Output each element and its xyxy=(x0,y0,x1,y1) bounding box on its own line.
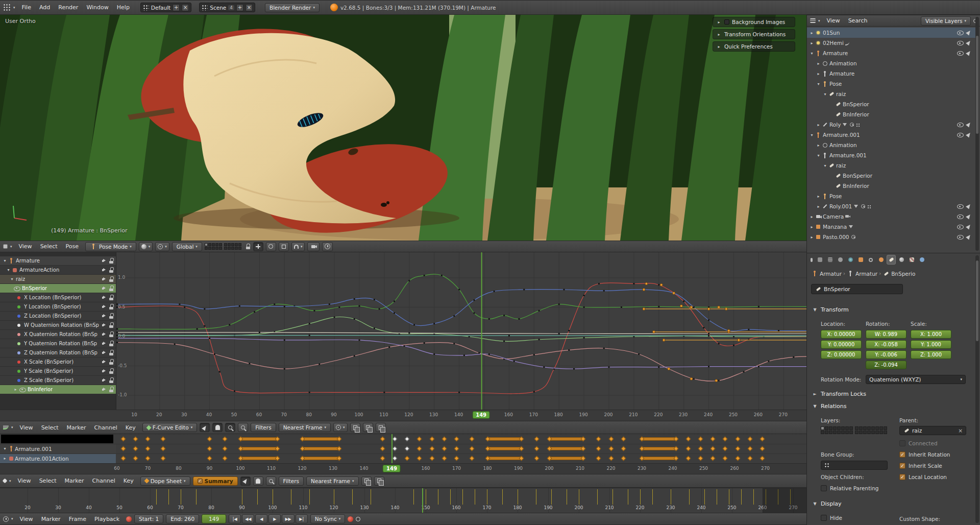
keyframe-diamond[interactable] xyxy=(429,437,434,442)
tab-material[interactable] xyxy=(897,255,906,265)
layer-toggle[interactable] xyxy=(825,426,828,430)
render-opengl-anim-button[interactable] xyxy=(322,242,333,251)
graph-menu-marker[interactable]: Marker xyxy=(63,424,90,431)
top-menu-file[interactable]: File xyxy=(18,4,35,11)
expander-icon[interactable]: ▸ xyxy=(809,31,815,35)
outliner-item-armature[interactable]: ▾Armature xyxy=(807,48,975,58)
keyframe-diamond[interactable] xyxy=(223,437,228,442)
viewport-menu-pose[interactable]: Pose xyxy=(62,243,83,250)
keyframe-diamond[interactable] xyxy=(710,437,716,442)
layer-toggle[interactable] xyxy=(867,431,871,434)
keyframe-range[interactable] xyxy=(240,457,278,460)
keyframe-diamond[interactable] xyxy=(429,456,434,461)
timeline-keyframe-line[interactable] xyxy=(156,489,157,505)
keyframe-diamond[interactable] xyxy=(735,456,740,461)
channel-x-quaternion-rotation-bnsp[interactable]: X Quaternion Rotation (BnSp xyxy=(0,330,116,339)
snap-magnet-button[interactable]: ▾ xyxy=(291,242,305,251)
outliner-item-roly[interactable]: ▸Roly xyxy=(807,120,975,130)
keyframe-diamond[interactable] xyxy=(393,456,398,461)
keyframe-range[interactable] xyxy=(302,447,339,450)
keying-set-icon[interactable] xyxy=(356,517,360,521)
expander-icon[interactable]: ▾ xyxy=(809,51,815,56)
keyframe-diamond[interactable] xyxy=(747,456,752,461)
mode-select[interactable]: Pose Mode▾ xyxy=(85,242,136,251)
arrow-restrict-icon[interactable] xyxy=(964,213,972,220)
info-editor-icon[interactable] xyxy=(3,4,11,11)
keyframe-diamond[interactable] xyxy=(534,456,540,461)
expander-icon[interactable]: ▾ xyxy=(816,153,821,158)
add-layout-button[interactable]: + xyxy=(173,4,180,11)
layer-toggle[interactable] xyxy=(841,426,845,430)
screen-layout-selector[interactable]: Default + × xyxy=(140,3,191,12)
expander-icon[interactable]: ▸ xyxy=(816,204,821,209)
current-frame-field[interactable]: 149 xyxy=(202,514,226,523)
properties-scrollbar[interactable] xyxy=(975,255,979,523)
location-z-field[interactable]: Z: 0.00000 xyxy=(821,350,862,359)
timeline-keyframe-line[interactable] xyxy=(729,489,729,505)
keyframe-diamond[interactable] xyxy=(454,446,459,451)
mute-speaker-icon[interactable] xyxy=(102,360,107,365)
start-frame-field[interactable]: Start: 1 xyxy=(134,514,163,523)
expander-icon[interactable]: ▾ xyxy=(9,277,15,281)
layer-toggle[interactable] xyxy=(845,426,849,430)
layer-toggle[interactable] xyxy=(879,426,883,430)
keyframe-diamond[interactable] xyxy=(133,446,138,451)
tab-scene[interactable] xyxy=(836,255,845,265)
layer-toggle[interactable] xyxy=(875,426,879,430)
keyframe-diamond[interactable] xyxy=(698,446,703,451)
arrow-restrict-icon[interactable] xyxy=(964,30,972,36)
expander-icon[interactable]: ▸ xyxy=(816,61,821,66)
lock-icon[interactable] xyxy=(109,359,114,365)
channel-y-location-bnsperior[interactable]: Y Location (BnSperior) xyxy=(0,302,116,311)
layer-toggle[interactable] xyxy=(837,431,841,434)
timeline-keyframe-line[interactable] xyxy=(551,489,552,505)
view-flip-button[interactable] xyxy=(376,423,386,432)
outliner-item-bninferior[interactable]: BnInferior xyxy=(807,109,975,120)
keyframe-diamond[interactable] xyxy=(120,446,126,451)
background-images-panel[interactable]: ▸Background Images xyxy=(713,17,795,27)
mute-speaker-icon[interactable] xyxy=(102,378,107,383)
keyframe-diamond[interactable] xyxy=(380,456,385,461)
layer-toggle[interactable] xyxy=(224,243,227,246)
layer-toggle[interactable] xyxy=(855,431,859,434)
graph-editor-icon[interactable] xyxy=(3,425,9,429)
render-opengl-button[interactable] xyxy=(307,242,320,251)
expander-icon[interactable]: ▾ xyxy=(6,268,11,272)
normalize-toggle[interactable] xyxy=(238,423,248,432)
current-frame-line[interactable] xyxy=(391,434,393,463)
keyframe-diamond[interactable] xyxy=(710,456,716,461)
keyframe-diamond[interactable] xyxy=(454,456,459,461)
relative-parenting-checkbox[interactable] xyxy=(821,485,827,491)
channel-y-quaternion-rotation-bnsp[interactable]: Y Quaternion Rotation (BnSp xyxy=(0,339,116,348)
dope-menu-key[interactable]: Key xyxy=(119,478,138,484)
eye-restrict-icon[interactable] xyxy=(956,203,964,209)
current-frame-line[interactable] xyxy=(422,488,423,513)
timeline-keyframe-line[interactable] xyxy=(487,489,487,505)
arrow-restrict-icon[interactable] xyxy=(964,234,972,240)
timeline-keyframe-line[interactable] xyxy=(753,489,754,505)
timeline-keyframe-line[interactable] xyxy=(475,489,475,505)
outliner-scrollbar[interactable] xyxy=(975,17,979,251)
channel-z-quaternion-rotation-bnsp[interactable]: Z Quaternion Rotation (BnSp xyxy=(0,348,116,357)
keyframe-diamond[interactable] xyxy=(534,446,540,451)
keyframe-diamond[interactable] xyxy=(442,446,447,451)
expander-icon[interactable]: ▸ xyxy=(809,41,815,45)
breadcrumb-item[interactable]: BnSperio xyxy=(891,271,915,277)
outliner-item-pasto-000[interactable]: ▸Pasto.000 xyxy=(807,232,975,242)
timeline-keyframe-line[interactable] xyxy=(309,489,310,505)
dope-editor-icon[interactable] xyxy=(3,479,8,484)
panel-relations-header[interactable]: ▼Relations xyxy=(812,403,847,410)
mute-speaker-icon[interactable] xyxy=(102,286,107,291)
keyframe-diamond[interactable] xyxy=(747,437,752,442)
rotation-mode-select[interactable]: Quaternion (WXYZ)▾ xyxy=(866,375,966,384)
keyframe-range[interactable] xyxy=(549,447,583,450)
mute-speaker-icon[interactable] xyxy=(102,268,107,273)
outliner-item-bnsperior[interactable]: BnSperior xyxy=(807,99,975,109)
keyframe-range[interactable] xyxy=(240,437,278,441)
viewport-menu-select[interactable]: Select xyxy=(36,243,62,250)
layer-toggle[interactable] xyxy=(849,426,853,430)
keyframe-diamond[interactable] xyxy=(405,446,410,451)
channel-bninferior[interactable]: ▸BnInferior xyxy=(0,385,116,394)
eye-restrict-icon[interactable] xyxy=(956,224,964,230)
keyframe-diamond[interactable] xyxy=(685,437,691,442)
